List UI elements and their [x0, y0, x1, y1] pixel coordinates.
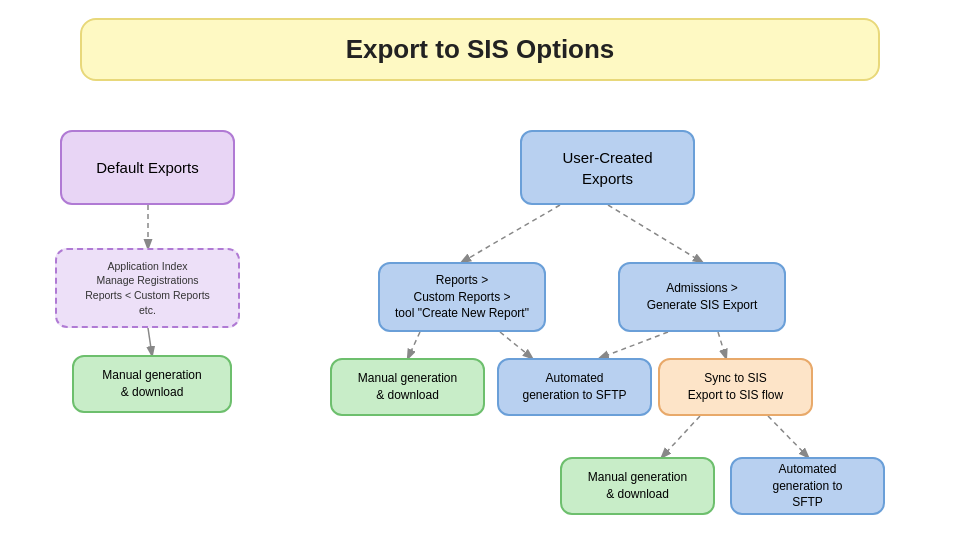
manual-bottom-label: Manual generation & download [588, 469, 687, 503]
diagram-container: Export to SIS Options Default Ex [0, 0, 960, 540]
title-box: Export to SIS Options [80, 18, 880, 81]
user-created-label: User-Created Exports [562, 147, 652, 189]
default-sub-node: Application Index Manage Registrations R… [55, 248, 240, 328]
manual-default-label: Manual generation & download [102, 367, 201, 401]
reports-node: Reports > Custom Reports > tool "Create … [378, 262, 546, 332]
svg-line-2 [462, 205, 560, 262]
default-exports-label: Default Exports [96, 157, 199, 178]
svg-line-7 [718, 332, 726, 358]
default-sub-label: Application Index Manage Registrations R… [85, 259, 210, 318]
svg-line-4 [408, 332, 420, 358]
user-created-exports-node: User-Created Exports [520, 130, 695, 205]
page-title: Export to SIS Options [102, 34, 858, 65]
automated-bottom-label: Automated generation to SFTP [772, 461, 842, 511]
svg-line-8 [662, 416, 700, 457]
svg-line-1 [148, 328, 152, 355]
manual-generation-default-node: Manual generation & download [72, 355, 232, 413]
automated-generation-bottom-node: Automated generation to SFTP [730, 457, 885, 515]
sync-sis-label: Sync to SIS Export to SIS flow [688, 370, 783, 404]
automated-sftp-label: Automated generation to SFTP [522, 370, 626, 404]
svg-line-9 [768, 416, 808, 457]
manual-generation-bottom-node: Manual generation & download [560, 457, 715, 515]
svg-line-5 [500, 332, 532, 358]
admissions-node: Admissions > Generate SIS Export [618, 262, 786, 332]
manual-reports-label: Manual generation & download [358, 370, 457, 404]
svg-line-3 [608, 205, 702, 262]
default-exports-node: Default Exports [60, 130, 235, 205]
sync-sis-node: Sync to SIS Export to SIS flow [658, 358, 813, 416]
reports-label: Reports > Custom Reports > tool "Create … [395, 272, 529, 322]
svg-line-6 [600, 332, 668, 358]
automated-sftp-node: Automated generation to SFTP [497, 358, 652, 416]
admissions-label: Admissions > Generate SIS Export [647, 280, 758, 314]
manual-generation-reports-node: Manual generation & download [330, 358, 485, 416]
